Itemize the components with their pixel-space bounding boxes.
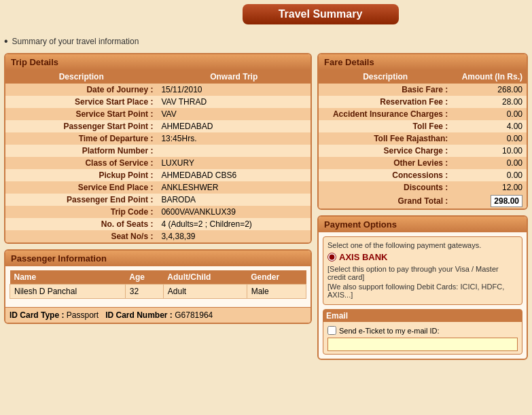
left-column: Trip Details Description Onward Trip Dat… bbox=[4, 53, 312, 360]
table-row: Reservation Fee :28.00 bbox=[319, 96, 527, 108]
payment-options-title: Payment Options bbox=[319, 217, 527, 232]
table-row: Trip Code :0600VAVANKLUX39 bbox=[5, 206, 311, 218]
table-row: Passenger End Point :BARODA bbox=[5, 194, 311, 206]
passenger-info-title: Passenger Information bbox=[5, 251, 311, 266]
fare-details-table: Description Amount (In Rs.) Basic Fare :… bbox=[319, 70, 527, 209]
table-row: Service End Place :ANKLESHWER bbox=[5, 181, 311, 194]
email-checkbox[interactable] bbox=[327, 326, 336, 335]
grand-total-value: 298.00 bbox=[491, 195, 522, 207]
right-column: Fare Details Description Amount (In Rs.)… bbox=[317, 53, 528, 360]
gateway-note1: [Select this option to pay through your … bbox=[327, 265, 518, 281]
email-checkbox-row: Send e-Ticket to my e-mail ID: bbox=[327, 326, 518, 335]
table-row: Other Levies :0.00 bbox=[319, 157, 527, 169]
passenger-table: NameAgeAdult/ChildGender Nilesh D Pancha… bbox=[10, 270, 306, 299]
gateway-option: AXIS BANK bbox=[327, 252, 518, 262]
id-card-type-value: Passport bbox=[67, 310, 99, 320]
table-row: Toll Fee Rajasthan:0.00 bbox=[319, 132, 527, 145]
table-row: Service Start Point :VAV bbox=[5, 108, 311, 120]
grand-total-row: Grand Total :298.00 bbox=[319, 194, 527, 209]
table-row: Concessions :0.00 bbox=[319, 169, 527, 181]
trip-details-box: Trip Details Description Onward Trip Dat… bbox=[4, 53, 312, 244]
table-row: Passenger Start Point :AHMEDABAD bbox=[5, 120, 311, 132]
table-row: Seat No/s :3,4,38,39 bbox=[5, 230, 311, 242]
table-row: No. of Seats :4 (Adults=2 ; Children=2) bbox=[5, 218, 311, 230]
table-row: Toll Fee :4.00 bbox=[319, 120, 527, 132]
trip-details-table: Description Onward Trip Date of Journey … bbox=[5, 70, 311, 242]
passenger-info-box: Passenger Information NameAgeAdult/Child… bbox=[4, 249, 312, 324]
summary-note: Summary of your travel information bbox=[4, 35, 528, 48]
table-row: Service Charge :10.00 bbox=[319, 145, 527, 157]
payment-options-box: Payment Options Select one of the follow… bbox=[317, 215, 528, 360]
payment-gateway-box: Select one of the following payment gate… bbox=[323, 236, 522, 305]
fare-details-title: Fare Details bbox=[319, 54, 527, 70]
table-row: Date of Journey :15/11/2010 bbox=[5, 84, 311, 96]
id-card-number-value: G6781964 bbox=[175, 310, 213, 320]
payment-inner: Select one of the following payment gate… bbox=[319, 232, 527, 359]
page-wrapper: Travel Summary Summary of your travel in… bbox=[0, 0, 532, 415]
id-card-row: ID Card Type : Passport ID Card Number :… bbox=[5, 307, 311, 323]
table-row: Platform Number : bbox=[5, 145, 311, 157]
table-row: Nilesh D Panchal32AdultMale bbox=[10, 285, 306, 299]
axis-bank-label: AXIS BANK bbox=[339, 252, 388, 262]
table-row: Discounts :12.00 bbox=[319, 181, 527, 194]
table-row: Class of Service :LUXURY bbox=[5, 157, 311, 169]
email-section: Email Send e-Ticket to my e-mail ID: bbox=[323, 309, 522, 355]
email-checkbox-label: Send e-Ticket to my e-mail ID: bbox=[339, 327, 440, 335]
trip-col-onward: Onward Trip bbox=[157, 70, 311, 84]
axis-bank-radio[interactable] bbox=[327, 253, 336, 261]
page-title: Travel Summary bbox=[243, 4, 399, 24]
fare-details-box: Fare Details Description Amount (In Rs.)… bbox=[317, 53, 528, 210]
fare-col-description: Description bbox=[319, 70, 452, 84]
trip-col-description: Description bbox=[5, 70, 157, 84]
gateway-label: Select one of the following payment gate… bbox=[327, 241, 518, 249]
gateway-note2: [We also support following Debit Cards: … bbox=[327, 283, 518, 299]
main-content: Trip Details Description Onward Trip Dat… bbox=[4, 53, 528, 360]
email-section-title: Email bbox=[323, 310, 522, 322]
trip-details-title: Trip Details bbox=[5, 54, 311, 70]
passenger-inner: NameAgeAdult/ChildGender Nilesh D Pancha… bbox=[5, 266, 311, 307]
id-card-type-label: ID Card Type : bbox=[10, 310, 64, 320]
table-row: Service Start Place :VAV THRAD bbox=[5, 96, 311, 108]
table-row: Time of Departure :13:45Hrs. bbox=[5, 132, 311, 145]
table-row: Basic Fare :268.00 bbox=[319, 84, 527, 96]
fare-col-amount: Amount (In Rs.) bbox=[452, 70, 527, 84]
id-card-number-label: ID Card Number : bbox=[105, 310, 173, 320]
table-row: Pickup Point :AHMEDABAD CBS6 bbox=[5, 169, 311, 181]
table-row: Accident Insurance Charges :0.00 bbox=[319, 108, 527, 120]
email-input[interactable] bbox=[327, 338, 518, 351]
